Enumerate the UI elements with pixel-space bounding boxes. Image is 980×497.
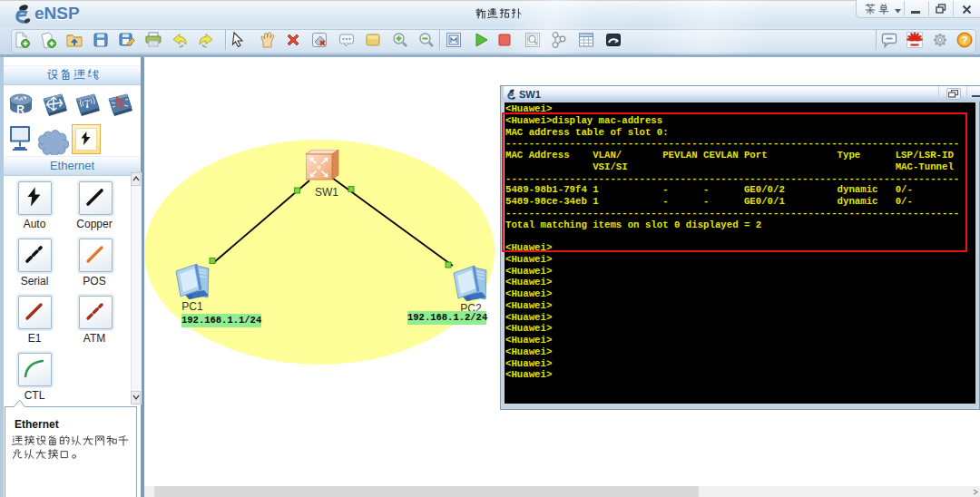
svg-text:?: ? — [961, 34, 967, 45]
svg-text:R: R — [16, 103, 24, 116]
